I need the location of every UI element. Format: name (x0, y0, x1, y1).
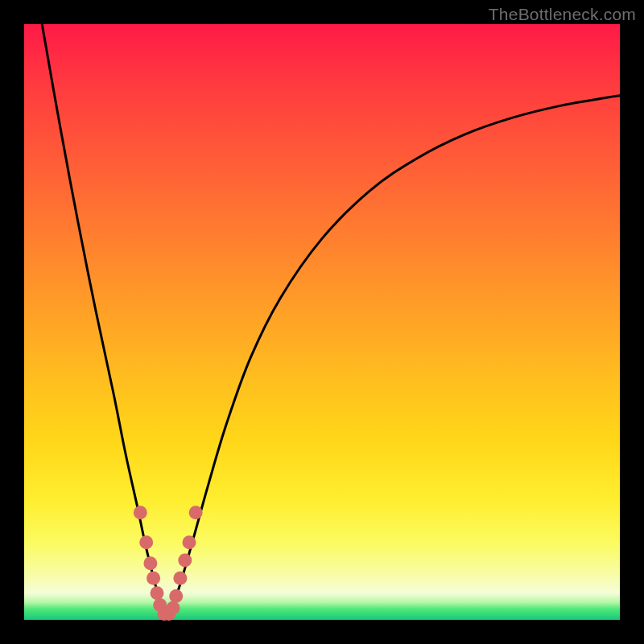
marker-dot (134, 506, 147, 519)
marker-dot (189, 506, 203, 519)
marker-dot (147, 572, 160, 585)
marker-dot (139, 535, 153, 549)
marker-dot (143, 556, 157, 570)
watermark-text: TheBottleneck.com (489, 5, 636, 24)
curve-layer (42, 24, 620, 617)
plot-area (24, 24, 620, 620)
marker-dot (151, 586, 164, 600)
marker-dot (178, 554, 192, 568)
curve-right-branch (167, 96, 620, 617)
chart-svg (24, 24, 620, 620)
curve-left-branch (42, 24, 167, 617)
marker-layer (134, 506, 203, 621)
marker-dot (173, 572, 187, 585)
marker-dot (169, 589, 183, 603)
marker-dot (182, 535, 196, 549)
marker-dot (167, 601, 180, 615)
outer-frame: TheBottleneck.com (0, 0, 644, 644)
